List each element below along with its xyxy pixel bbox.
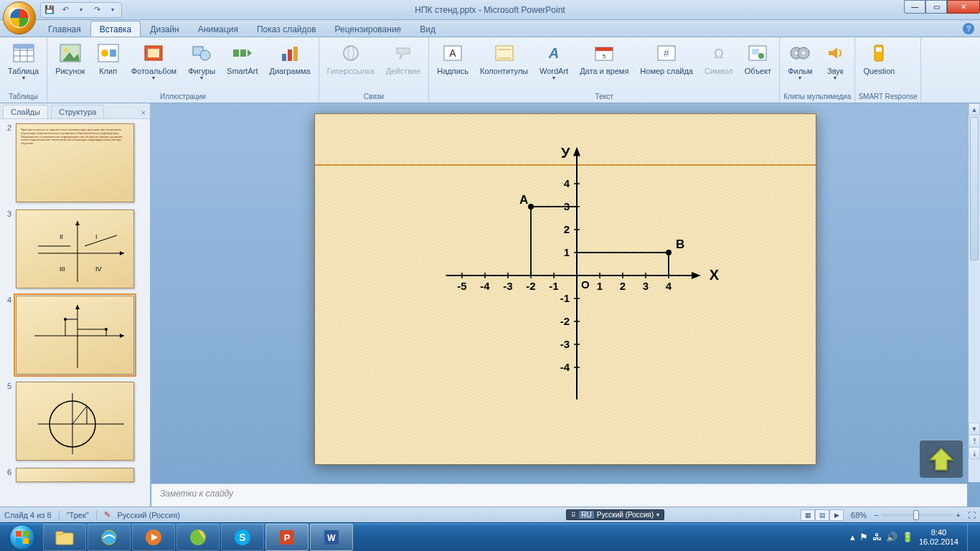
group-illustrations: Рисунок Клип Фотоальбом▾ Фигуры▾ SmartAr… xyxy=(47,37,319,103)
workspace: Слайды Структура × 2 Пространственная и … xyxy=(0,103,980,507)
thumbnail-list[interactable]: 2 Пространственная и персональная манипу… xyxy=(0,119,150,507)
wordart-button[interactable]: AWordArt▾ xyxy=(534,39,573,85)
question-icon xyxy=(867,42,890,65)
office-button[interactable] xyxy=(3,1,36,34)
slide-thumb-3[interactable]: III IIIIV xyxy=(16,209,134,288)
svg-point-7 xyxy=(64,48,68,52)
zoom-level[interactable]: 68% xyxy=(851,511,867,519)
smartart-button[interactable]: SmartArt xyxy=(222,39,263,78)
clock[interactable]: 8:40 16.02.2014 xyxy=(919,528,958,546)
undo-icon[interactable]: ↶ xyxy=(60,4,71,16)
task-explorer[interactable] xyxy=(43,524,86,551)
clipart-button[interactable]: Клип xyxy=(92,39,125,78)
start-button[interactable] xyxy=(3,523,42,552)
zoom-out-icon[interactable]: − xyxy=(874,511,878,519)
show-desktop-button[interactable] xyxy=(967,524,973,551)
tray-up-icon[interactable]: ▴ xyxy=(850,532,855,542)
pane-close-icon[interactable]: × xyxy=(141,108,146,118)
question-button[interactable]: Question xyxy=(858,39,900,78)
slide-thumb-2[interactable]: Пространственная и персональная манипуля… xyxy=(16,123,134,202)
slidenum-button[interactable]: #Номер слайда xyxy=(635,39,698,78)
notes-placeholder[interactable]: Заметки к слайду xyxy=(151,484,967,507)
zoom-slider[interactable]: − + xyxy=(874,511,961,519)
object-button[interactable]: Объект xyxy=(740,39,776,78)
tab-review[interactable]: Рецензирование xyxy=(326,21,411,37)
task-ie[interactable] xyxy=(88,524,131,551)
status-language[interactable]: Русский (Россия) xyxy=(118,511,180,519)
powerpoint-icon: P xyxy=(278,528,296,547)
textbox-button[interactable]: AНадпись xyxy=(432,39,473,78)
task-skype[interactable]: S xyxy=(221,524,264,551)
tab-animations[interactable]: Анимация xyxy=(189,21,248,37)
movie-button[interactable]: Фильм▾ xyxy=(783,39,817,85)
svg-text:-4: -4 xyxy=(560,361,570,373)
svg-text:-3: -3 xyxy=(560,338,570,350)
symbol-label: Символ xyxy=(705,67,733,75)
tab-home[interactable]: Главная xyxy=(39,21,90,37)
thumb-number: 2 xyxy=(3,123,11,132)
thumb-row[interactable]: 4 xyxy=(3,296,144,375)
svg-text:3: 3 xyxy=(643,280,649,292)
help-icon[interactable]: ? xyxy=(963,23,974,34)
thumb-row[interactable]: 2 Пространственная и персональная манипу… xyxy=(3,123,144,202)
table-button[interactable]: Таблица ▾ xyxy=(3,39,44,85)
group-illus-label: Иллюстрации xyxy=(50,92,316,101)
volume-icon[interactable]: 🔊 xyxy=(886,532,897,542)
shapes-button[interactable]: Фигуры▾ xyxy=(183,39,220,85)
zoom-track[interactable] xyxy=(882,514,953,517)
undo-dropdown-icon[interactable]: ▾ xyxy=(75,4,87,16)
view-sorter-icon[interactable]: ▤ xyxy=(815,509,829,521)
redo-icon[interactable]: ↷ xyxy=(91,4,103,16)
language-indicator[interactable]: ⠿ RU Русский (Россия) ▾ xyxy=(566,509,664,520)
svg-text:Ω: Ω xyxy=(714,47,723,61)
task-word[interactable]: W xyxy=(310,524,353,551)
view-slideshow-icon[interactable]: ▶ xyxy=(829,509,844,521)
scroll-thumb[interactable] xyxy=(970,117,979,260)
tab-slideshow[interactable]: Показ слайдов xyxy=(248,21,326,37)
headerfooter-button[interactable]: Колонтитулы xyxy=(475,39,533,78)
up-arrow-overlay-icon[interactable] xyxy=(920,441,963,478)
slide-thumb-6[interactable] xyxy=(16,468,134,482)
thumb-row[interactable]: 6 xyxy=(3,468,144,482)
task-browser[interactable] xyxy=(176,524,220,551)
tab-view[interactable]: Вид xyxy=(410,21,445,37)
question-label: Question xyxy=(863,67,895,75)
datetime-button[interactable]: 5Дата и время xyxy=(575,39,633,78)
spellcheck-icon[interactable]: ✎ xyxy=(104,510,110,519)
qat-customize-icon[interactable]: ▾ xyxy=(107,4,118,16)
chart-button[interactable]: Диаграмма xyxy=(265,39,316,78)
next-slide-icon[interactable]: ⭳ xyxy=(969,447,980,459)
editor-scrollbar[interactable]: ▲ ▼ ⭱ ⭳ xyxy=(968,103,980,482)
tab-insert[interactable]: Вставка xyxy=(90,21,141,37)
thumb-row[interactable]: 3 III IIIIV xyxy=(3,209,144,288)
maximize-button[interactable]: ▭ xyxy=(925,0,947,14)
slide-thumb-5[interactable] xyxy=(16,382,134,461)
fit-to-window-icon[interactable]: ⛶ xyxy=(968,511,976,519)
quick-access-toolbar: 💾 ↶ ▾ ↷ ▾ xyxy=(40,2,122,18)
close-button[interactable]: ✕ xyxy=(947,0,980,14)
scroll-up-icon[interactable]: ▲ xyxy=(969,103,980,116)
network-icon[interactable]: 🖧 xyxy=(872,532,882,542)
thumb-row[interactable]: 5 xyxy=(3,382,144,461)
scroll-down-icon[interactable]: ▼ xyxy=(969,423,980,435)
sound-button[interactable]: Звук▾ xyxy=(819,39,852,85)
tray-icons[interactable]: ▴ ⚑ 🖧 🔊 🔋 xyxy=(850,532,913,542)
pane-tab-outline[interactable]: Структура xyxy=(51,105,104,118)
pane-tab-slides[interactable]: Слайды xyxy=(3,105,48,118)
prev-slide-icon[interactable]: ⭱ xyxy=(969,435,980,447)
thumb-svg: III IIIIV xyxy=(17,210,134,288)
minimize-button[interactable]: — xyxy=(904,0,925,14)
flag-icon[interactable]: ⚑ xyxy=(859,532,868,542)
task-mediaplayer[interactable] xyxy=(132,524,175,551)
zoom-in-icon[interactable]: + xyxy=(956,511,961,519)
album-button[interactable]: Фотоальбом▾ xyxy=(126,39,182,85)
slide-canvas[interactable]: -5-4-3-2-11234-4-3-2-11234XУOAB xyxy=(314,113,816,465)
battery-icon[interactable]: 🔋 xyxy=(902,532,913,542)
zoom-grip[interactable] xyxy=(913,510,919,520)
view-normal-icon[interactable]: ▦ xyxy=(801,509,815,521)
slide-thumb-4[interactable] xyxy=(16,296,134,375)
save-icon[interactable]: 💾 xyxy=(44,4,55,16)
tab-design[interactable]: Дизайн xyxy=(141,21,188,37)
picture-button[interactable]: Рисунок xyxy=(50,39,90,78)
task-powerpoint[interactable]: P xyxy=(265,524,308,551)
